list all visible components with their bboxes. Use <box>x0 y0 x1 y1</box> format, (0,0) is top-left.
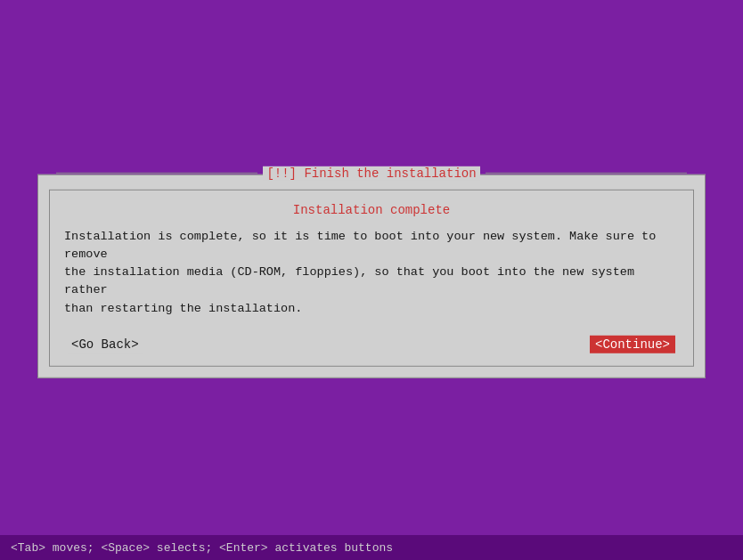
go-back-button[interactable]: <Go Back> <box>68 336 143 353</box>
dialog-title-bar: [!!] Finish the installation <box>38 166 705 180</box>
dialog-outer: [!!] Finish the installation Installatio… <box>37 174 706 377</box>
body-line-1: Installation is complete, so it is time … <box>64 229 656 260</box>
title-line-left <box>56 173 257 174</box>
terminal-background: [!!] Finish the installation Installatio… <box>0 0 743 560</box>
dialog-subtitle: Installation complete <box>64 202 679 216</box>
dialog-buttons: <Go Back> <Continue> <box>64 336 679 353</box>
body-line-2: the installation media (CD-ROM, floppies… <box>64 265 634 296</box>
dialog-body: Installation is complete, so it is time … <box>64 227 679 317</box>
dialog-inner: Installation complete Installation is co… <box>49 189 694 366</box>
dialog-wrapper: [!!] Finish the installation Installatio… <box>37 174 706 377</box>
continue-button[interactable]: <Continue> <box>590 336 675 353</box>
body-line-3: than restarting the installation. <box>64 301 302 314</box>
title-line-right <box>486 173 687 174</box>
status-bar-text: <Tab> moves; <Space> selects; <Enter> ac… <box>11 541 393 555</box>
status-bar: <Tab> moves; <Space> selects; <Enter> ac… <box>0 535 743 560</box>
dialog-title: [!!] Finish the installation <box>263 166 479 180</box>
